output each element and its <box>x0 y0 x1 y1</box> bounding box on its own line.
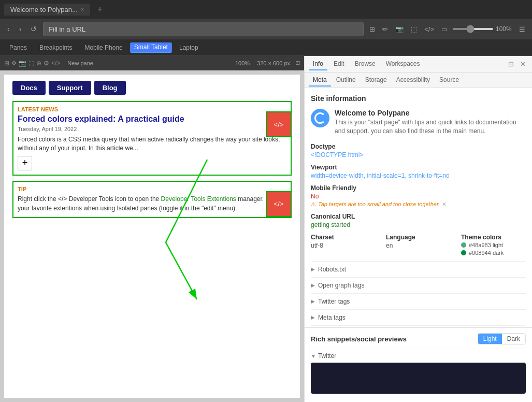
warning-icon: ⚠ <box>311 201 316 208</box>
blog-button[interactable]: Blog <box>94 81 126 95</box>
frame-icon[interactable]: ⬚ <box>28 60 34 67</box>
tip-link-2[interactable]: Extentions <box>207 195 236 203</box>
code-box-icon-2: </> <box>274 200 284 208</box>
chevron-icon-meta: ▶ <box>311 314 315 320</box>
robots-header[interactable]: ▶ Robots.txt <box>311 265 526 274</box>
right-panel: Info Edit Browse Workspaces ⊡ ✕ Meta Out… <box>304 56 532 402</box>
nav-bar: ‹ › ↺ ⊞ ✏ 📷 ⬚ </> ▭ 100% ☰ <box>0 19 532 39</box>
panes-tab[interactable]: Panes <box>4 42 32 53</box>
site-desc: This is your "start page" with tips and … <box>335 118 526 136</box>
canonical-url-label: Canonical URL <box>311 213 526 220</box>
robots-label: Robots.txt <box>318 266 346 273</box>
screenshot-icon[interactable]: 📷 <box>393 24 406 35</box>
color-dot-dark <box>461 250 466 255</box>
back-button[interactable]: ‹ <box>4 23 13 35</box>
workspaces-tab[interactable]: Workspaces <box>382 58 424 70</box>
light-dark-toggle: Light Dark <box>478 333 526 344</box>
new-tab-button[interactable]: + <box>94 4 105 15</box>
news-body: Forced colors is a CSS media query that … <box>18 135 286 153</box>
charset-label: Charset <box>311 234 376 241</box>
edit-tab[interactable]: Edit <box>329 58 349 70</box>
breakpoints-tab[interactable]: Breakpoints <box>34 42 77 53</box>
site-nav-buttons: Docs Support Blog <box>12 81 292 95</box>
source-subtab[interactable]: Source <box>435 74 463 87</box>
panel-controls: ⊡ ✕ <box>506 59 528 69</box>
canonical-url-field: Canonical URL getting started <box>311 213 526 228</box>
news-date: Tuesday, April 19, 2022 <box>18 126 286 132</box>
device-icon[interactable]: ▭ <box>439 24 450 35</box>
logo-inner <box>314 112 326 124</box>
meta-tags-section: ▶ Meta tags <box>311 309 526 325</box>
news-title: Forced colors explained: A practical gui… <box>18 114 286 124</box>
mobile-friendly-value: No <box>311 193 526 200</box>
settings-icon[interactable]: ☰ <box>516 24 528 35</box>
zoom-slider[interactable] <box>452 28 494 30</box>
gear-icon[interactable]: ⚙ <box>44 60 49 67</box>
close-tab-icon[interactable]: × <box>81 6 84 12</box>
rich-snippets-header: Rich snippets/social previews Light Dark <box>311 333 526 344</box>
theme-colors-row: #48a983 light #008944 dark <box>461 242 526 256</box>
charset-value: utf-8 <box>311 242 376 249</box>
og-tags-label: Open graph tags <box>318 282 364 289</box>
twitter-preview-card <box>311 363 526 394</box>
info-3col: Charset utf-8 Language en Theme colors #… <box>311 234 526 256</box>
browser-tab[interactable]: Welcome to Polypan... × <box>4 4 90 16</box>
warning-text: Tap targets are too small and too close … <box>318 201 440 207</box>
panes-icon[interactable]: ⊞ <box>367 24 378 35</box>
viewport-label: Viewport <box>311 164 526 171</box>
zoom-label: 100% <box>496 25 514 33</box>
chevron-icon-og: ▶ <box>311 282 315 288</box>
dark-toggle-button[interactable]: Dark <box>502 334 525 344</box>
warning-row: ⚠ Tap targets are too small and too clos… <box>311 201 526 208</box>
camera-icon[interactable]: 📷 <box>19 60 26 67</box>
doctype-field: Doctype <!DOCTYPE html> <box>311 143 526 159</box>
url-input[interactable] <box>43 22 364 36</box>
light-toggle-button[interactable]: Light <box>478 334 502 344</box>
meta-subtab[interactable]: Meta <box>309 74 331 87</box>
docs-button[interactable]: Docs <box>12 81 46 95</box>
resize-icon[interactable]: ⊡ <box>295 60 300 66</box>
forward-button[interactable]: › <box>16 23 25 35</box>
devtools-icon[interactable]: </> <box>51 60 60 67</box>
doctype-value: <!DOCTYPE html> <box>311 151 526 159</box>
storage-subtab[interactable]: Storage <box>361 74 391 87</box>
close-panel-button[interactable]: ✕ <box>518 59 528 69</box>
code-icon[interactable]: </> <box>422 24 437 35</box>
robots-section: ▶ Robots.txt <box>311 261 526 277</box>
add-button[interactable]: + <box>18 156 32 170</box>
reload-button[interactable]: ↺ <box>27 23 40 35</box>
main-layout: ⊞ ✥ 📷 ⬚ ⊕ ⚙ </> New pane 100% 320 × 600 … <box>0 56 532 402</box>
plus-icon[interactable]: ⊕ <box>36 60 41 67</box>
tip-body: Right click the </> Developer Tools icon… <box>18 194 286 213</box>
support-button[interactable]: Support <box>49 81 91 95</box>
rich-snippets-title: Rich snippets/social previews <box>311 335 407 343</box>
grid-icon[interactable]: ⊞ <box>4 60 9 67</box>
og-tags-header[interactable]: ▶ Open graph tags <box>311 281 526 290</box>
site-name: Welcome to Polypane <box>335 109 526 117</box>
twitter-tags-header[interactable]: ▶ Twitter tags <box>311 297 526 306</box>
info-tab[interactable]: Info <box>309 58 327 70</box>
maximize-button[interactable]: ⊡ <box>506 59 516 69</box>
dismiss-warning-button[interactable]: ✕ <box>442 201 447 208</box>
edit-icon[interactable]: ✏ <box>380 24 391 35</box>
site-info-title: Site information <box>311 94 526 103</box>
zoom-display: 100% <box>235 60 250 66</box>
outline-subtab[interactable]: Outline <box>332 74 360 87</box>
tab-title: Welcome to Polypan... <box>10 6 78 13</box>
theme-color-dark: #008944 dark <box>461 250 526 256</box>
preview-toolbar-icons: ⊞ ✥ 📷 ⬚ ⊕ ⚙ </> <box>4 60 60 67</box>
panel-sub-tabs: Meta Outline Storage Accessibility Sourc… <box>305 73 532 88</box>
twitter-tags-section: ▶ Twitter tags <box>311 293 526 309</box>
language-label: Language <box>386 234 451 241</box>
mobile-phone-tab[interactable]: Mobile Phone <box>79 42 127 53</box>
move-icon[interactable]: ✥ <box>11 60 17 67</box>
meta-tags-header[interactable]: ▶ Meta tags <box>311 313 526 322</box>
small-tablet-tab[interactable]: Small Tablet <box>130 42 172 53</box>
pane-toolbar: Panes Breakpoints Mobile Phone Small Tab… <box>0 39 532 56</box>
accessibility-subtab[interactable]: Accessibility <box>392 74 434 87</box>
inspect-icon[interactable]: ⬚ <box>408 24 420 35</box>
laptop-tab[interactable]: Laptop <box>174 42 204 53</box>
twitter-preview-header[interactable]: ▼ Twitter <box>311 352 526 360</box>
tip-link-1[interactable]: Developer Tools <box>161 195 206 203</box>
browse-tab[interactable]: Browse <box>351 58 380 70</box>
